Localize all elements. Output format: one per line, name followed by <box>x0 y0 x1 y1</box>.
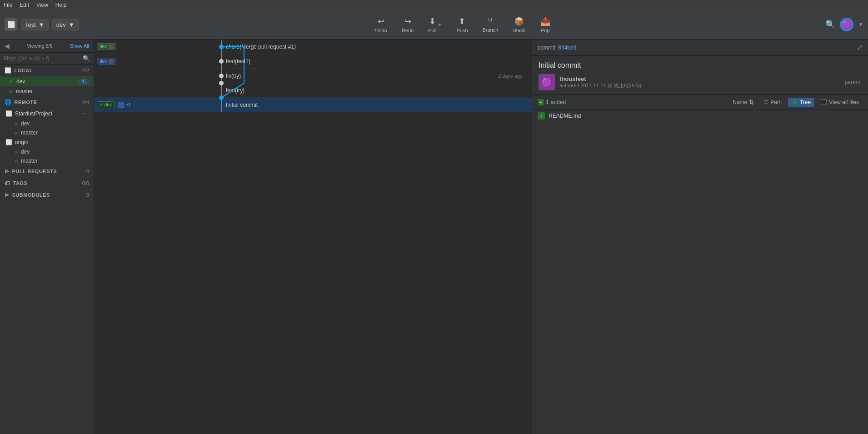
commit-info-5: Initial commit <box>194 102 527 108</box>
sidebar-filter: 🔍 <box>0 53 94 65</box>
tags-label: TAGS <box>13 180 28 186</box>
remote-section-title: 🌐 REMOTE <box>5 99 37 105</box>
stardustproject-menu-icon[interactable]: ⋯ <box>83 110 89 117</box>
file-item-readme[interactable]: + README.md <box>532 110 868 122</box>
undo-button[interactable]: ↩ Undo <box>369 14 394 36</box>
pop-button[interactable]: 📤 Pop <box>534 14 557 36</box>
menu-file[interactable]: File <box>4 2 12 8</box>
filter-search-icon[interactable]: 🔍 <box>83 55 90 62</box>
branch-tag-dev-remote: dev <box>97 58 116 65</box>
menu-view[interactable]: View <box>36 2 48 8</box>
pull-requests-section-header[interactable]: ⊳ PULL REQUESTS 0 <box>0 165 94 177</box>
stardustproject-label: StardustProject <box>15 110 80 117</box>
files-toolbar: + 1 added Name ⇅ ☰ Path <box>532 95 868 110</box>
submodules-section-header[interactable]: ⊳ SUBMODULES 0 <box>0 189 94 201</box>
plus-one-badge: +1 <box>126 102 131 107</box>
sidebar-header: ◀ Viewing 6/6 Show All <box>0 40 94 53</box>
commit-row-5[interactable]: ✓ dev +1 Initial commit <box>94 98 532 112</box>
toolbar-center: ↩ Undo ↪ Redo ⬇ Pull ▼ ⬆ Push ⑂ Branch 📦… <box>100 14 825 36</box>
search-button[interactable]: 🔍 <box>825 20 835 30</box>
name-sort-button[interactable]: Name ⇅ <box>729 97 758 107</box>
main-layout: ◀ Viewing 6/6 Show All 🔍 ⬜ LOCAL 2/2 ✓ d… <box>0 40 868 434</box>
undo-label: Undo <box>375 28 387 33</box>
show-all-link[interactable]: Show All <box>70 43 89 49</box>
right-panel-header: commit: 894bd9 ⤢ <box>532 40 868 56</box>
sidebar-item-stardustproject-dev[interactable]: ⊳ dev <box>0 119 94 128</box>
sidebar-item-master-local[interactable]: ⊳ master <box>0 86 94 96</box>
origin-icon: ⬜ <box>5 139 12 145</box>
sidebar-item-dev-local[interactable]: ✓ dev 4↓ <box>0 76 94 86</box>
local-count: 2/2 <box>82 68 89 73</box>
push-button[interactable]: ⬆ Push <box>450 14 474 36</box>
remote-origin[interactable]: ⬜ origin <box>0 137 94 147</box>
added-label: added <box>551 99 566 105</box>
sidebar: ◀ Viewing 6/6 Show All 🔍 ⬜ LOCAL 2/2 ✓ d… <box>0 40 94 434</box>
sidebar-back-button[interactable]: ◀ <box>5 42 10 50</box>
view-all-checkbox-box <box>821 99 827 105</box>
stash-icon: 📦 <box>514 16 524 26</box>
commit-row-1[interactable]: dev chore(Merge pull request #1) <box>94 40 532 54</box>
sidebar-item-stardustproject-master[interactable]: ⊳ master <box>0 128 94 137</box>
commit-graph-inner: dev chore(Merge pull request #1) dev <box>94 40 532 112</box>
master-local-label: master <box>16 88 89 95</box>
toolbar-left: ⬜ Test ▼ dev ▼ <box>5 18 100 31</box>
repo-icon: ⬜ <box>5 18 17 31</box>
right-panel: commit: 894bd9 ⤢ Initial commit 🟣 thousf… <box>532 40 868 434</box>
view-all-files-checkbox[interactable]: View all files <box>817 98 863 107</box>
tree-icon: 🌲 <box>792 99 798 105</box>
tags-section-header[interactable]: 🏷 TAGS 0/0 <box>0 177 94 189</box>
commit-graph: dev chore(Merge pull request #1) dev <box>94 40 532 434</box>
local-section-header[interactable]: ⬜ LOCAL 2/2 <box>0 65 94 76</box>
local-label: LOCAL <box>15 68 33 73</box>
commit-row-2[interactable]: dev feat(test1) <box>94 54 532 69</box>
commit-author-row: 🟣 thousfeet authored 2017-11-11 @ 晚上8点52… <box>539 74 862 90</box>
repo-dropdown-arrow: ▼ <box>39 21 45 28</box>
commit-row-3[interactable]: fix(try) 2 days ago <box>94 69 532 83</box>
menu-help[interactable]: Help <box>55 2 67 8</box>
sidebar-item-origin-master[interactable]: ⊳ master <box>0 156 94 165</box>
stardustproject-dev-label: dev <box>21 120 30 127</box>
tags-icon: 🏷 <box>5 180 10 186</box>
filter-input[interactable] <box>4 55 80 62</box>
toolbar-right: 🔍 🟣 ▼ <box>825 18 863 31</box>
user-dropdown-arrow[interactable]: ▼ <box>858 21 863 28</box>
branch-selector[interactable]: dev ▼ <box>52 19 79 30</box>
added-plus-icon: + <box>538 99 544 105</box>
stardustproject-icon: ⬜ <box>5 110 12 117</box>
added-badge: + 1 added <box>538 99 566 105</box>
author-avatar: 🟣 <box>539 74 555 90</box>
file-name-readme: README.md <box>549 113 581 119</box>
sidebar-item-origin-dev[interactable]: ⊳ dev <box>0 147 94 156</box>
tree-view-button[interactable]: 🌲 Tree <box>788 98 814 107</box>
pull-button[interactable]: ⬇ Pull ▼ <box>422 14 448 36</box>
origin-master-label: master <box>21 158 38 164</box>
commit-graph-area-5: ✓ dev +1 <box>94 98 194 112</box>
stash-label: Stash <box>513 28 525 33</box>
commit-title-section: Initial commit 🟣 thousfeet authored 2017… <box>532 56 868 95</box>
remote-stardustproject[interactable]: ⬜ StardustProject ⋯ <box>0 108 94 119</box>
remote-section-header[interactable]: 🌐 REMOTE 4/4 <box>0 96 94 108</box>
files-section: + 1 added Name ⇅ ☰ Path <box>532 95 868 434</box>
commit-row-4[interactable]: feat(try) <box>94 83 532 98</box>
toolbar: ⬜ Test ▼ dev ▼ ↩ Undo ↪ Redo ⬇ Pull ▼ ⬆ … <box>0 10 868 40</box>
commit-info-1: chore(Merge pull request #1) <box>194 44 527 50</box>
branch-label: Branch <box>483 27 499 33</box>
path-icon: ☰ <box>764 99 769 105</box>
stash-button[interactable]: 📦 Stash <box>506 14 532 36</box>
branch-tag-dev-check: ✓ dev <box>97 101 115 108</box>
added-count: 1 <box>546 99 549 105</box>
pull-label: Pull <box>428 28 436 33</box>
local-section-title: ⬜ LOCAL <box>5 67 33 74</box>
redo-button[interactable]: ↪ Redo <box>395 14 420 36</box>
branch-button[interactable]: ⑂ Branch <box>476 14 505 35</box>
parent-label: parent: <box>845 79 862 85</box>
path-view-button[interactable]: ☰ Path <box>760 98 785 107</box>
repo-selector[interactable]: Test ▼ <box>21 19 49 30</box>
expand-button[interactable]: ⤢ <box>857 43 863 52</box>
commit-id-value: 894bd9 <box>558 45 576 51</box>
commit-message-3: fix(try) <box>226 73 494 79</box>
menu-edit[interactable]: Edit <box>20 2 29 8</box>
branch-dropdown-arrow: ▼ <box>69 21 75 28</box>
user-avatar[interactable]: 🟣 <box>840 18 853 31</box>
tree-label: Tree <box>800 99 811 105</box>
